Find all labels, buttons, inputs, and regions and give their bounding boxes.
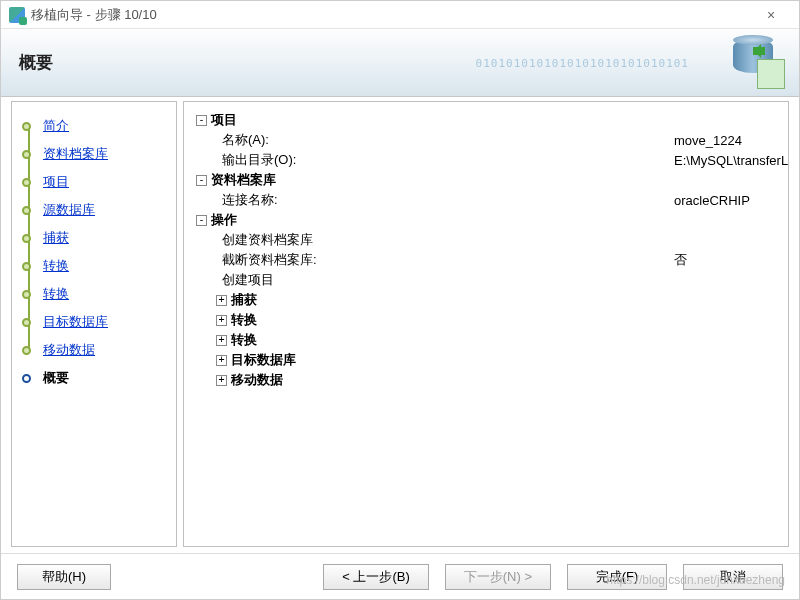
- collapse-icon[interactable]: -: [196, 115, 207, 126]
- node-label: 移动数据: [231, 371, 283, 389]
- node-label: 转换: [231, 331, 257, 349]
- back-button[interactable]: < 上一步(B): [323, 564, 429, 590]
- node-label: 项目: [211, 111, 237, 129]
- leaf-label: 连接名称:: [222, 191, 278, 209]
- tree-leaf-conn-name: 连接名称:oracleCRHIP: [194, 190, 778, 210]
- app-icon: [9, 7, 25, 23]
- tree-leaf-truncate-repo: 截断资料档案库:否: [194, 250, 778, 270]
- header-binary-text: 0101010101010101010101010101: [476, 57, 689, 70]
- sidebar-item-label: 目标数据库: [43, 313, 108, 331]
- sidebar-item-source-db[interactable]: 源数据库: [12, 196, 176, 224]
- sidebar-item-label: 源数据库: [43, 201, 95, 219]
- window-title: 移植向导 - 步骤 10/10: [31, 6, 751, 24]
- sidebar-item-target-db[interactable]: 目标数据库: [12, 308, 176, 336]
- sidebar-item-intro[interactable]: 简介: [12, 112, 176, 140]
- leaf-label: 输出目录(O):: [222, 151, 296, 169]
- page-title: 概要: [19, 51, 53, 74]
- leaf-value: 否: [674, 251, 687, 269]
- close-icon[interactable]: ×: [751, 7, 791, 23]
- sidebar-item-convert-2[interactable]: 转换: [12, 280, 176, 308]
- summary-panel: -项目 名称(A):move_1224 输出目录(O):E:\MySQL\tra…: [183, 101, 789, 547]
- collapse-icon[interactable]: -: [196, 215, 207, 226]
- sidebar-item-label: 概要: [43, 369, 69, 387]
- tree-leaf-create-project: 创建项目: [194, 270, 778, 290]
- tree-node-repository[interactable]: -资料档案库: [194, 170, 778, 190]
- leaf-label: 截断资料档案库:: [222, 251, 317, 269]
- tree-node-project[interactable]: -项目: [194, 110, 778, 130]
- node-label: 资料档案库: [211, 171, 276, 189]
- leaf-label: 创建资料档案库: [222, 231, 313, 249]
- node-label: 转换: [231, 311, 257, 329]
- sidebar-item-label: 转换: [43, 285, 69, 303]
- tree-node-target-db[interactable]: +目标数据库: [194, 350, 778, 370]
- sidebar-item-label: 移动数据: [43, 341, 95, 359]
- button-bar: 帮助(H) < 上一步(B) 下一步(N) > 完成(F) 取消: [1, 553, 799, 599]
- wizard-header: 概要 0101010101010101010101010101: [1, 29, 799, 97]
- node-label: 目标数据库: [231, 351, 296, 369]
- finish-button[interactable]: 完成(F): [567, 564, 667, 590]
- wizard-window: 移植向导 - 步骤 10/10 × 概要 0101010101010101010…: [0, 0, 800, 600]
- node-label: 捕获: [231, 291, 257, 309]
- database-migrate-icon: [731, 37, 785, 91]
- help-button[interactable]: 帮助(H): [17, 564, 111, 590]
- tree-leaf-create-repo: 创建资料档案库: [194, 230, 778, 250]
- expand-icon[interactable]: +: [216, 315, 227, 326]
- sidebar-item-label: 资料档案库: [43, 145, 108, 163]
- leaf-value: oracleCRHIP: [674, 193, 750, 208]
- wizard-body: 简介 资料档案库 项目 源数据库 捕获 转换 转换 目标数据库 移动数据 概要 …: [1, 97, 799, 553]
- leaf-value: E:\MySQL\transferLog\1224: [674, 153, 789, 168]
- expand-icon[interactable]: +: [216, 335, 227, 346]
- sidebar-item-capture[interactable]: 捕获: [12, 224, 176, 252]
- leaf-label: 名称(A):: [222, 131, 269, 149]
- expand-icon[interactable]: +: [216, 295, 227, 306]
- sidebar-item-label: 转换: [43, 257, 69, 275]
- leaf-value: move_1224: [674, 133, 742, 148]
- sidebar-item-project[interactable]: 项目: [12, 168, 176, 196]
- tree-node-convert-1[interactable]: +转换: [194, 310, 778, 330]
- tree-node-operations[interactable]: -操作: [194, 210, 778, 230]
- cancel-button[interactable]: 取消: [683, 564, 783, 590]
- sidebar-item-summary: 概要: [12, 364, 176, 392]
- tree-node-move-data[interactable]: +移动数据: [194, 370, 778, 390]
- leaf-label: 创建项目: [222, 271, 274, 289]
- tree-leaf-project-outdir: 输出目录(O):E:\MySQL\transferLog\1224: [194, 150, 778, 170]
- sidebar-item-move-data[interactable]: 移动数据: [12, 336, 176, 364]
- sidebar-item-label: 简介: [43, 117, 69, 135]
- tree-node-convert-2[interactable]: +转换: [194, 330, 778, 350]
- tree-node-capture[interactable]: +捕获: [194, 290, 778, 310]
- collapse-icon[interactable]: -: [196, 175, 207, 186]
- sidebar-item-convert-1[interactable]: 转换: [12, 252, 176, 280]
- step-sidebar: 简介 资料档案库 项目 源数据库 捕获 转换 转换 目标数据库 移动数据 概要: [11, 101, 177, 547]
- sidebar-item-label: 项目: [43, 173, 69, 191]
- expand-icon[interactable]: +: [216, 375, 227, 386]
- node-label: 操作: [211, 211, 237, 229]
- next-button: 下一步(N) >: [445, 564, 551, 590]
- tree-leaf-project-name: 名称(A):move_1224: [194, 130, 778, 150]
- expand-icon[interactable]: +: [216, 355, 227, 366]
- sidebar-item-repository[interactable]: 资料档案库: [12, 140, 176, 168]
- titlebar: 移植向导 - 步骤 10/10 ×: [1, 1, 799, 29]
- sidebar-item-label: 捕获: [43, 229, 69, 247]
